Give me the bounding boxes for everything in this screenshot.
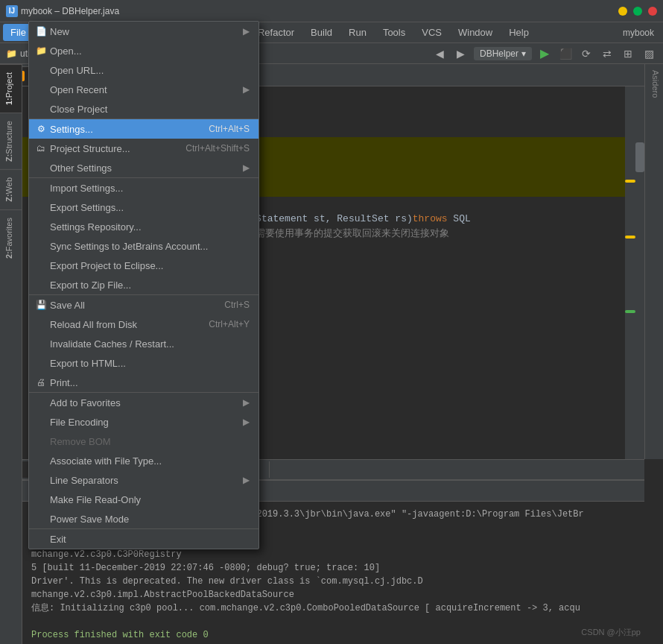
code-scrollbar[interactable]: [635, 86, 644, 459]
menu-help[interactable]: Help: [501, 24, 536, 41]
debug-button[interactable]: ⬛: [557, 45, 574, 62]
menu-entry-associate-file-type[interactable]: Associate with File Type...: [29, 451, 258, 470]
settings-shortcut: Ctrl+Alt+S: [209, 124, 250, 134]
scrollbar-thumb[interactable]: [635, 142, 644, 172]
left-tabs: 1:Project Z:Structure Z:Web 2:Favorites: [0, 64, 22, 644]
menu-label-settings: Settings...: [50, 124, 93, 135]
menu-label-reload-disk: Reload All from Disk: [50, 319, 137, 330]
window-title: mybook – DBHelper.java: [21, 6, 119, 16]
menu-entry-exit[interactable]: Exit: [29, 529, 258, 549]
add-favorites-arrow-icon: ▶: [243, 397, 250, 408]
menu-label-file-encoding: File Encoding: [50, 417, 109, 428]
other-settings-icon: [35, 162, 47, 174]
right-tab-asidero[interactable]: Asidero: [645, 64, 663, 104]
console-line-8: 信息: Initializing c3p0 pool... com.mchang…: [31, 602, 635, 615]
reload-button[interactable]: ⟳: [578, 45, 594, 62]
menu-label-associate-file-type: Associate with File Type...: [50, 455, 162, 467]
menu-label-line-separators: Line Separators: [50, 475, 118, 486]
file-encoding-arrow-icon: ▶: [243, 417, 250, 427]
run-button[interactable]: ▶: [536, 45, 553, 62]
menu-section-save: 💾 Save All Ctrl+S Reload All from Disk C…: [29, 295, 258, 393]
menu-label-print: Print...: [50, 377, 78, 388]
forward-button[interactable]: ▶: [453, 45, 469, 62]
dbhelper-selector[interactable]: DBHelper ▾: [474, 47, 532, 60]
open-recent-arrow-icon: ▶: [243, 84, 250, 95]
gutter-warning-mark2: [625, 236, 635, 239]
menu-entry-power-save[interactable]: Power Save Mode: [29, 509, 258, 528]
menu-entry-line-separators[interactable]: Line Separators ▶: [29, 470, 258, 490]
close-button[interactable]: [648, 7, 657, 16]
menu-entry-remove-bom: Remove BOM: [29, 432, 258, 451]
menu-tools[interactable]: Tools: [375, 24, 413, 41]
project-structure-shortcut: Ctrl+Alt+Shift+S: [185, 143, 250, 154]
menu-section-import: Import Settings... Export Settings... Se…: [29, 178, 258, 295]
left-tab-project[interactable]: 1:Project: [0, 64, 22, 113]
export-settings-icon: [35, 201, 47, 213]
menu-entry-settings-repo[interactable]: Settings Repository...: [29, 217, 258, 236]
console-line-blank: [31, 615, 635, 628]
menu-entry-file-encoding[interactable]: File Encoding ▶: [29, 412, 258, 432]
menu-entry-invalidate-caches[interactable]: Invalidate Caches / Restart...: [29, 334, 258, 353]
menu-label-power-save: Power Save Mode: [50, 514, 129, 525]
menu-label-sync-settings: Sync Settings to JetBrains Account...: [50, 241, 208, 252]
app-icon: IJ: [6, 5, 18, 17]
menu-label-export-zip: Export to Zip File...: [50, 280, 131, 291]
project-structure-icon: 🗂: [35, 142, 47, 154]
menu-entry-close-project[interactable]: Close Project: [29, 99, 258, 119]
back-button[interactable]: ◀: [432, 45, 448, 62]
settings-btn-toolbar[interactable]: ▨: [641, 45, 657, 62]
menu-window[interactable]: Window: [451, 24, 500, 41]
maximize-button[interactable]: [633, 7, 642, 16]
line-separators-arrow-icon: ▶: [243, 475, 250, 485]
menu-entry-open[interactable]: 📁 Open...: [29, 41, 258, 60]
menu-vcs[interactable]: VCS: [414, 24, 449, 41]
menu-entry-new[interactable]: 📄 New ▶: [29, 22, 258, 41]
menu-run[interactable]: Run: [341, 24, 374, 41]
open-icon: 📁: [35, 45, 47, 57]
import-settings-icon: [35, 182, 47, 194]
menu-section-exit: Exit: [29, 529, 258, 549]
menu-label-import-settings: Import Settings...: [50, 183, 123, 194]
menu-entry-sync-settings[interactable]: Sync Settings to JetBrains Account...: [29, 236, 258, 256]
menu-entry-save-all[interactable]: 💾 Save All Ctrl+S: [29, 295, 258, 315]
menu-entry-open-recent[interactable]: Open Recent ▶: [29, 80, 258, 99]
menu-label-add-favorites: Add to Favorites: [50, 397, 121, 408]
right-tabs: Asidero: [644, 64, 663, 459]
remove-bom-icon: [35, 435, 47, 447]
reload-disk-icon: [35, 318, 47, 330]
export-eclipse-icon: [35, 259, 47, 271]
open-url-icon: [35, 64, 47, 76]
gutter-ok-mark: [625, 310, 635, 313]
minimize-button[interactable]: [618, 7, 627, 16]
open-recent-icon: [35, 83, 47, 95]
menu-entry-project-structure[interactable]: 🗂 Project Structure... Ctrl+Alt+Shift+S: [29, 139, 258, 158]
menu-entry-export-html[interactable]: Export to HTML...: [29, 353, 258, 373]
menu-entry-settings[interactable]: ⚙ Settings... Ctrl+Alt+S: [29, 119, 258, 139]
menu-label-new: New: [50, 26, 69, 37]
make-read-only-icon: [35, 493, 47, 505]
menu-entry-open-url[interactable]: Open URL...: [29, 60, 258, 80]
menu-build[interactable]: Build: [303, 24, 340, 41]
menu-label-other-settings: Other Settings: [50, 162, 112, 174]
new-arrow-icon: ▶: [243, 26, 250, 37]
menu-entry-export-settings[interactable]: Export Settings...: [29, 198, 258, 217]
menu-entry-print[interactable]: 🖨 Print...: [29, 373, 258, 392]
line-separators-icon: [35, 474, 47, 486]
sync-settings-icon: [35, 240, 47, 252]
left-tab-structure[interactable]: Z:Structure: [0, 113, 22, 169]
menu-section-settings: ⚙ Settings... Ctrl+Alt+S 🗂 Project Struc…: [29, 119, 258, 178]
menu-label-exit: Exit: [50, 534, 66, 545]
other-settings-arrow-icon: ▶: [243, 162, 250, 173]
menu-entry-export-zip[interactable]: Export to Zip File...: [29, 275, 258, 294]
profiler-button[interactable]: ⊞: [620, 45, 636, 62]
left-tab-web[interactable]: Z:Web: [0, 169, 22, 209]
menu-entry-add-favorites[interactable]: Add to Favorites ▶: [29, 393, 258, 412]
menu-entry-reload-disk[interactable]: Reload All from Disk Ctrl+Alt+Y: [29, 315, 258, 334]
menu-entry-other-settings[interactable]: Other Settings ▶: [29, 158, 258, 177]
menu-entry-make-read-only[interactable]: Make File Read-Only: [29, 490, 258, 509]
menu-entry-import-settings[interactable]: Import Settings...: [29, 178, 258, 198]
menu-label-open: Open...: [50, 45, 82, 57]
left-tab-favorites[interactable]: 2:Favorites: [0, 209, 22, 266]
menu-entry-export-eclipse[interactable]: Export Project to Eclipse...: [29, 256, 258, 275]
coverage-button[interactable]: ⇄: [599, 45, 615, 62]
